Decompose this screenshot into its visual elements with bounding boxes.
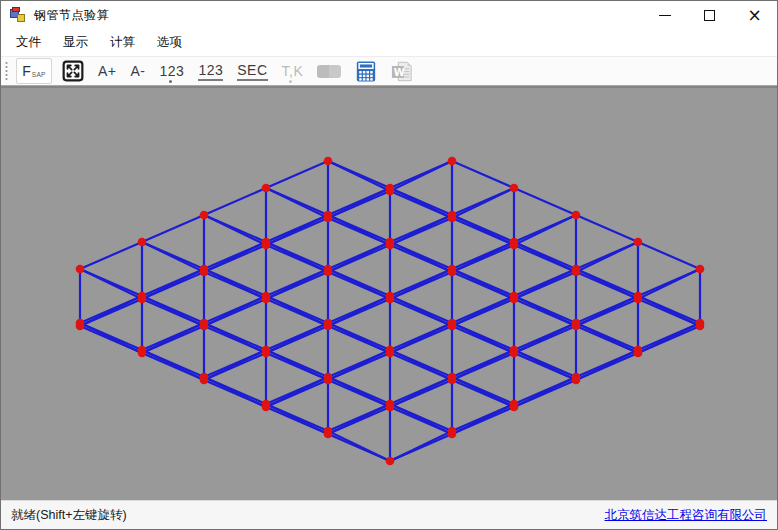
truss-node: [510, 241, 519, 250]
truss-member: [452, 215, 514, 245]
truss-node: [324, 268, 333, 277]
company-link[interactable]: 北京筑信达工程咨询有限公司: [605, 507, 768, 524]
drawing-canvas[interactable]: [1, 86, 777, 500]
truss-node: [448, 268, 457, 277]
truss-node: [572, 376, 581, 385]
truss-member: [204, 242, 266, 272]
truss-member: [328, 431, 390, 461]
calculator-icon: [355, 59, 377, 84]
menu-calculate[interactable]: 计算: [99, 29, 146, 56]
truss-member: [204, 269, 266, 299]
truss-member: [514, 269, 576, 299]
title-bar: 钢管节点验算 ×: [1, 1, 777, 29]
truss-member: [576, 323, 638, 353]
truss-node: [324, 376, 333, 385]
font-increase-button[interactable]: A+: [94, 58, 121, 84]
truss-member: [638, 296, 700, 326]
menu-display[interactable]: 显示: [52, 29, 99, 56]
truss-member: [390, 323, 452, 353]
window-controls: ×: [642, 1, 777, 29]
truss-node: [324, 430, 333, 439]
minimize-icon: [659, 15, 671, 16]
truss-member: [142, 269, 204, 299]
truss-member: [328, 161, 390, 191]
truss-node: [262, 349, 271, 358]
truss-member: [576, 242, 638, 272]
sap-model-button[interactable]: FSAP: [16, 58, 52, 84]
app-window: 钢管节点验算 × 文件 显示 计算 选项 FSAP: [0, 0, 778, 530]
close-icon: ×: [747, 7, 761, 24]
toolbar-grip[interactable]: [5, 61, 8, 81]
toolbar: FSAP A+ A- 123 123 SEC: [1, 56, 777, 86]
truss-member: [80, 323, 142, 353]
truss-member: [80, 242, 142, 269]
truss-member: [204, 350, 266, 380]
truss-node: [324, 157, 333, 166]
maximize-icon: [704, 10, 715, 21]
truss-node: [200, 211, 209, 220]
truss-node: [138, 295, 147, 304]
window-title: 钢管节点验算: [34, 7, 109, 24]
truss-node: [634, 238, 643, 247]
truss-member: [452, 161, 514, 188]
truss-member: [328, 404, 390, 434]
sections-button[interactable]: SEC: [233, 58, 271, 84]
truss-member: [514, 215, 576, 245]
truss-member: [142, 323, 204, 353]
truss-member: [452, 350, 514, 380]
truss-node: [634, 349, 643, 358]
menu-file[interactable]: 文件: [5, 29, 52, 56]
truss-member: [514, 242, 576, 272]
truss-member: [328, 269, 390, 299]
node-numbers-button[interactable]: 123: [156, 58, 189, 84]
zoom-extents-icon: [62, 59, 84, 83]
truss-node: [510, 295, 519, 304]
font-decrease-button[interactable]: A-: [127, 58, 150, 84]
truss-node: [510, 184, 519, 193]
truss-member: [452, 188, 514, 218]
truss-member: [452, 404, 514, 434]
truss-node: [138, 349, 147, 358]
truss-member: [514, 323, 576, 353]
truss-member: [390, 296, 452, 326]
svg-text:W: W: [394, 66, 405, 77]
zoom-extents-button[interactable]: [58, 58, 88, 84]
truss-node: [386, 295, 395, 304]
image-export-button-disabled[interactable]: [313, 58, 345, 84]
truss-node: [386, 349, 395, 358]
minimize-button[interactable]: [642, 1, 687, 29]
word-report-button-disabled[interactable]: W: [387, 58, 417, 84]
truss-member: [452, 269, 514, 299]
truss-member: [80, 296, 142, 326]
truss-member: [390, 377, 452, 407]
maximize-button[interactable]: [687, 1, 732, 29]
truss-member: [266, 323, 328, 353]
truss-node: [386, 457, 395, 466]
truss-member: [204, 296, 266, 326]
truss-node: [262, 241, 271, 250]
status-bar: 就绪(Shift+左键旋转) 北京筑信达工程咨询有限公司: [1, 500, 777, 529]
truss-node: [448, 376, 457, 385]
truss-member: [514, 296, 576, 326]
truss-member: [452, 242, 514, 272]
truss-member: [266, 188, 328, 218]
app-icon: [10, 7, 26, 23]
truss-member: [204, 215, 266, 245]
calculator-button[interactable]: [351, 58, 381, 84]
menu-options[interactable]: 选项: [146, 29, 193, 56]
truss-node: [696, 265, 705, 274]
truss-node: [510, 349, 519, 358]
status-message: 就绪(Shift+左键旋转): [11, 507, 127, 524]
truss-node: [262, 184, 271, 193]
truss-node: [386, 403, 395, 412]
truss-node: [386, 241, 395, 250]
element-numbers-button[interactable]: 123: [194, 58, 227, 84]
truss-member: [266, 377, 328, 407]
truss-member: [576, 269, 638, 299]
truss-member: [390, 350, 452, 380]
truss-member: [638, 323, 700, 353]
tk-joints-button[interactable]: T,K: [278, 58, 308, 84]
truss-member: [638, 269, 700, 299]
truss-node: [324, 214, 333, 223]
close-button[interactable]: ×: [732, 1, 777, 29]
